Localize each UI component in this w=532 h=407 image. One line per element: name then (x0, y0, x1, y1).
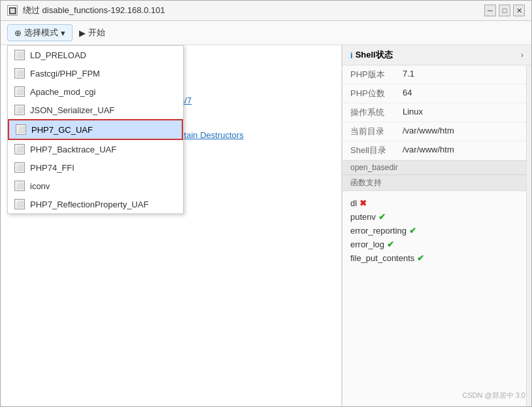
window-title: 绕过 disable_functions-192.168.0.101 (23, 5, 165, 16)
func-support-divider: 函数支持 (342, 175, 526, 191)
shell-info-value: 64 (395, 84, 526, 103)
dropdown-item-icon: ⬜ (14, 162, 25, 173)
shell-info-row: PHP版本7.1 (342, 65, 526, 84)
dropdown-item[interactable]: ⬜Fastcgi/PHP_FPM (8, 64, 183, 82)
right-panel-inner: PHP版本7.1PHP位数64操作系统Linux当前目录/var/www/htm… (342, 65, 531, 406)
window-icon: 🔲 (7, 5, 18, 16)
maximize-button[interactable]: □ (499, 5, 510, 16)
shell-info-label: 当前目录 (342, 122, 395, 141)
dropdown-menu[interactable]: ⬜LD_PRELOAD⬜Fastcgi/PHP_FPM⬜Apache_mod_c… (7, 45, 184, 214)
shell-info-row: 当前目录/var/www/htm (342, 122, 526, 141)
func-support-item: putenv ✔ (350, 210, 518, 224)
shell-status-label: Shell状态 (356, 49, 393, 61)
cross-icon: ✖ (359, 198, 367, 208)
shell-info-label: 操作系统 (342, 103, 395, 122)
func-support-item: file_put_contents ✔ (350, 251, 518, 265)
dropdown-item-label: PHP7_GC_UAF (31, 125, 93, 135)
shell-info-row: PHP位数64 (342, 84, 526, 103)
title-bar-left: 🔲 绕过 disable_functions-192.168.0.101 (7, 5, 165, 16)
close-button[interactable]: ✕ (513, 5, 525, 16)
mode-select-button[interactable]: ⊕ 选择模式 ▾ (7, 24, 73, 41)
shell-info-value: /var/www/htm (395, 141, 526, 160)
shell-status-header: i Shell状态 › (342, 45, 531, 65)
check-icon: ✔ (409, 226, 416, 236)
dropdown-item-label: iconv (30, 181, 50, 191)
chevron-right-icon[interactable]: › (521, 50, 524, 60)
shell-status-title: i Shell状态 (350, 49, 393, 61)
dropdown-item-icon: ⬜ (14, 199, 25, 209)
shell-info-label: PHP版本 (342, 65, 395, 84)
dropdown-item[interactable]: ⬜LD_PRELOAD (8, 46, 183, 64)
dropdown-item-label: PHP7_ReflectionProperty_UAF (30, 200, 148, 209)
shell-info-value: /var/www/htm (395, 122, 526, 141)
dropdown-item-icon: ⬜ (16, 124, 26, 135)
dropdown-item[interactable]: ⬜PHP7_GC_UAF (8, 119, 183, 140)
dropdown-item-label: Apache_mod_cgi (30, 87, 95, 97)
shell-info-label: Shell目录 (342, 141, 395, 160)
dropdown-item-icon: ⬜ (14, 181, 25, 191)
dropdown-item-icon: ⬜ (14, 86, 25, 97)
dropdown-item-label: Fastcgi/PHP_FPM (30, 69, 100, 79)
toolbar: ⊕ 选择模式 ▾ ▶ 开始 (1, 21, 531, 45)
func-support-item: error_reporting ✔ (350, 224, 518, 238)
func-support-item: dl ✖ (350, 196, 518, 210)
dropdown-item-label: LD_PRELOAD (30, 50, 86, 60)
main-area: ors UAF references AntSword-Labs/bypass_… (1, 45, 531, 406)
shell-info-row: Shell目录/var/www/htm (342, 141, 526, 160)
dropdown-item-label: JSON_Serializer_UAF (30, 105, 114, 115)
shell-info-label: PHP位数 (342, 84, 395, 103)
check-icon: ✔ (417, 253, 424, 263)
info-icon: i (350, 50, 353, 60)
title-bar: 🔲 绕过 disable_functions-192.168.0.101 ─ □… (1, 1, 531, 21)
dropdown-item-icon: ⬜ (14, 50, 25, 60)
shell-info-table: PHP版本7.1PHP位数64操作系统Linux当前目录/var/www/htm… (342, 65, 526, 160)
dropdown-item-icon: ⬜ (14, 105, 25, 115)
dropdown-item[interactable]: ⬜Apache_mod_cgi (8, 82, 183, 101)
right-panel-scroll: PHP版本7.1PHP位数64操作系统Linux当前目录/var/www/htm… (342, 65, 526, 406)
dropdown-item-icon: ⬜ (14, 144, 25, 154)
mode-label: 选择模式 (24, 27, 58, 39)
open-basedir-divider: open_basedir (342, 160, 526, 175)
shell-info-value: Linux (395, 103, 526, 122)
right-panel: i Shell状态 › PHP版本7.1PHP位数64操作系统Linux当前目录… (342, 45, 531, 406)
dropdown-arrow-icon: ▾ (61, 28, 65, 38)
start-button[interactable]: ▶ 开始 (79, 27, 105, 39)
main-window: 🔲 绕过 disable_functions-192.168.0.101 ─ □… (0, 0, 532, 407)
dropdown-item[interactable]: ⬜PHP7_ReflectionProperty_UAF (8, 195, 183, 213)
play-icon: ▶ (79, 28, 86, 38)
dropdown-item[interactable]: ⬜iconv (8, 177, 183, 195)
check-icon: ✔ (387, 239, 394, 249)
func-support-item: error_log ✔ (350, 238, 518, 251)
dropdown-item-label: PHP7_Backtrace_UAF (30, 145, 116, 154)
shell-info-row: 操作系统Linux (342, 103, 526, 122)
mode-icon: ⊕ (14, 28, 22, 38)
dropdown-item-label: PHP74_FFI (30, 163, 75, 173)
dropdown-item[interactable]: ⬜PHP74_FFI (8, 158, 183, 177)
title-bar-controls: ─ □ ✕ (484, 5, 525, 16)
watermark: CSDN @郑居中 3.0 (462, 391, 525, 400)
dropdown-item[interactable]: ⬜JSON_Serializer_UAF (8, 101, 183, 119)
dropdown-item[interactable]: ⬜PHP7_Backtrace_UAF (8, 140, 183, 158)
shell-info-value: 7.1 (395, 65, 526, 84)
scrollbar[interactable] (526, 65, 531, 406)
check-icon: ✔ (378, 212, 386, 222)
minimize-button[interactable]: ─ (484, 5, 496, 16)
dropdown-item-icon: ⬜ (14, 68, 25, 79)
start-label: 开始 (88, 27, 105, 39)
func-support-section: dl ✖putenv ✔error_reporting ✔error_log ✔… (342, 191, 526, 406)
